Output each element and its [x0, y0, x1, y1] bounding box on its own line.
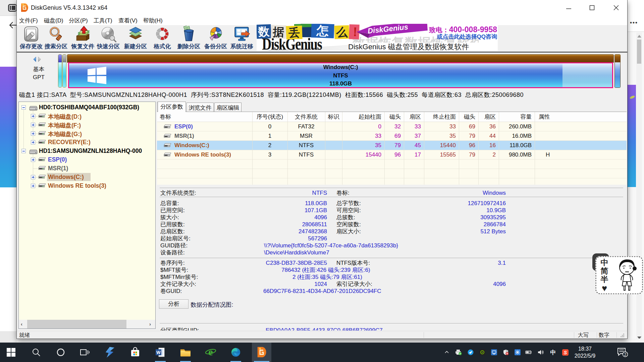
minimize-button[interactable] [566, 5, 572, 11]
tree-item-hd0-toshibamq04abf100-932gb-[interactable]: HD0:TOSHIBAMQ04ABF100(932GB) [19, 103, 155, 112]
background-scrollbar-thumb[interactable] [637, 40, 641, 64]
tree-item-recovery-e-[interactable]: RECOVERY(E:) [19, 138, 155, 147]
tree-item--d-[interactable]: 本地磁盘(D:) [19, 112, 155, 121]
table-row-msr-1-[interactable]: MSR(1)1MSR33693735794416.0MB [157, 131, 627, 141]
taskbar-search-button[interactable] [26, 343, 46, 362]
table-empty-area [157, 160, 627, 185]
taskbar-app-edge[interactable] [226, 343, 246, 362]
notification-center-icon[interactable]: 2 [616, 347, 628, 357]
tree-horizontal-scrollbar[interactable]: ‹› [19, 320, 155, 328]
tree-expander-plus[interactable] [31, 184, 35, 188]
table-cell [535, 122, 557, 131]
ime-zh[interactable]: 中 [548, 343, 558, 362]
tray-power-icon[interactable] [524, 343, 534, 362]
toolbar-button-format[interactable]: 格式化 [149, 26, 175, 51]
maximize-button[interactable] [589, 5, 595, 11]
column-header-8[interactable]: 磁头 [459, 112, 478, 122]
toolbar-button-new-partition[interactable]: 新建分区 [122, 26, 149, 51]
tray-snowflake-icon[interactable] [513, 343, 523, 362]
tree-expander-minus[interactable] [21, 149, 26, 153]
taskbar-app-ie[interactable]: e [201, 343, 220, 362]
toolbar-button-delete-partition[interactable]: 删除分区 [176, 26, 202, 51]
tree-expander-minus[interactable] [21, 105, 26, 110]
column-header-7[interactable]: 终止柱面 [424, 112, 459, 122]
tree-expander-plus[interactable] [31, 123, 35, 127]
column-header-10[interactable]: 容量 [499, 112, 535, 122]
menu-p[interactable]: 分区(P) [69, 17, 88, 24]
table-column-line [459, 112, 459, 185]
table-row-windows-c-[interactable]: Windows(C:)2NTFS357945154409616118.0GB [157, 141, 627, 150]
toolbar-button-recover-files[interactable]: 恢复文件 [70, 26, 96, 51]
ad-banner[interactable]: 数据恢复数据恢复软件 DiskGenius 数据丢怎么！ DiskGenius … [257, 24, 498, 51]
toolbar-button-backup-partition[interactable]: 备份分区 [203, 26, 229, 51]
column-header-2[interactable]: 文件系统 [287, 112, 325, 122]
tree-expander-plus[interactable] [31, 158, 35, 162]
tray-chevron-icon[interactable] [442, 343, 452, 362]
tree-expander-plus[interactable] [31, 140, 35, 144]
tree-item-label: MSR(1) [48, 165, 68, 172]
column-header-1[interactable]: 序号(状态) [252, 112, 287, 122]
tree-item-esp-0-[interactable]: ESP(0) [19, 156, 155, 164]
toolbar-button-quick-partition[interactable]: 快速分区 [95, 26, 121, 51]
menu-h[interactable]: 帮助(H) [143, 17, 163, 24]
tree-item-windows-c-[interactable]: Windows(C:) [19, 173, 155, 182]
column-header-0[interactable]: 卷标 [158, 112, 252, 122]
start-button[interactable] [1, 343, 21, 362]
task-view-button[interactable] [75, 343, 95, 362]
cortana-button[interactable] [51, 343, 70, 362]
ellipsis-menu-icon[interactable]: ••• [630, 19, 643, 26]
taskbar-app-flash[interactable] [100, 343, 120, 362]
tray-volume-icon[interactable] [536, 343, 546, 362]
partition-capsule-winre[interactable] [614, 54, 621, 88]
close-button[interactable] [613, 5, 619, 11]
tab-sector-edit[interactable]: 扇区编辑 [214, 103, 241, 112]
scroll-right-icon[interactable]: › [149, 321, 151, 327]
table-row-esp-0-[interactable]: ESP(0)0FAT3203233336936260.0MB [157, 122, 627, 131]
partition-windows-c[interactable]: Windows(C:) NTFS 118.0GB [68, 62, 613, 88]
partition-capsule-msr[interactable] [62, 54, 66, 87]
tree-expander-plus[interactable] [31, 175, 35, 179]
tree-item-windows-re-tools-3-[interactable]: Windows RE tools(3) [19, 182, 155, 190]
toolbar-button-system-migrate[interactable]: 系统迁移 [229, 26, 255, 51]
tree-expander-plus[interactable] [31, 114, 35, 118]
tree-item--f-[interactable]: 本地磁盘(F:) [19, 121, 155, 129]
tray-nvidia-icon[interactable] [477, 343, 487, 362]
resize-grip[interactable] [621, 334, 625, 338]
tab-partition-params[interactable]: 分区参数 [158, 102, 186, 112]
taskbar-app-word[interactable]: W [151, 343, 170, 362]
scroll-up-icon[interactable] [637, 34, 642, 38]
menu-t[interactable]: 工具(T) [94, 17, 112, 24]
table-row-windows-re-tools-3-[interactable]: Windows RE tools(3)3NTFS1544096171556579… [157, 150, 627, 160]
tree-item-hd1-samsungmznln128hahq-000[interactable]: HD1:SAMSUNGMZNLN128HAHQ-000 [19, 147, 155, 156]
tree-scrollbar-thumb[interactable] [27, 320, 126, 328]
tray-bird-icon[interactable] [466, 343, 476, 362]
tree-item--g-[interactable]: 本地磁盘(G:) [19, 129, 155, 138]
tray-defender-icon[interactable] [501, 343, 511, 362]
tab-browse-files[interactable]: 浏览文件 [186, 103, 214, 112]
toolbar-button-save[interactable]: 保存更改 [18, 26, 44, 51]
column-header-5[interactable]: 磁头 [384, 112, 404, 122]
menu-d[interactable]: 磁盘(D) [44, 17, 63, 24]
menu-v[interactable]: 查看(V) [118, 17, 138, 24]
partition-capsule-esp[interactable] [58, 54, 62, 87]
column-header-4[interactable]: 起始柱面 [342, 112, 384, 122]
scroll-left-icon[interactable]: ‹ [21, 321, 22, 327]
disk-nav-arrows[interactable] [32, 57, 43, 62]
tree-item-msr-1-[interactable]: MSR(1) [19, 164, 155, 173]
banner-qq-link[interactable]: 或点击此处选择QQ咨询 [423, 33, 497, 41]
taskbar-app-explorer[interactable] [176, 343, 195, 362]
tree-expander-plus[interactable] [31, 131, 35, 136]
column-header-6[interactable]: 扇区 [404, 112, 424, 122]
analyze-button[interactable]: 分析 [159, 299, 189, 309]
taskbar-app-store[interactable] [125, 343, 145, 362]
back-arrow-icon[interactable] [9, 21, 17, 29]
tray-printer-icon[interactable] [453, 343, 464, 362]
column-header-9[interactable]: 扇区 [478, 112, 499, 122]
toolbar-button-search-partition[interactable]: 搜索分区 [43, 26, 69, 51]
menu-f[interactable]: 文件(F) [19, 17, 38, 24]
tray-intel-icon[interactable] [489, 343, 499, 362]
taskbar-clock[interactable]: 18:37 2022/5/9 [568, 345, 602, 359]
column-header-11[interactable]: 属性 [535, 112, 557, 122]
column-header-3[interactable]: 标识 [325, 112, 342, 122]
taskbar-app-diskgenius[interactable] [252, 343, 271, 362]
